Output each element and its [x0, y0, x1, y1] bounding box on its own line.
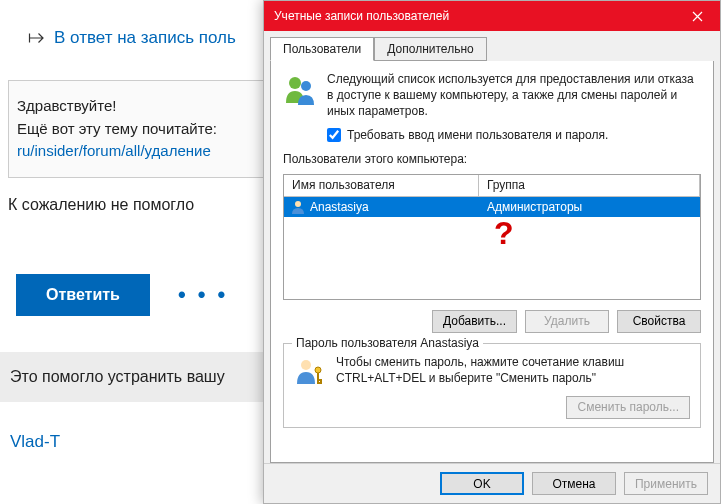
post-advice: Ещё вот эту тему почитайте: — [17, 120, 217, 137]
apply-button: Применить — [624, 472, 708, 495]
add-user-button[interactable]: Добавить... — [432, 310, 517, 333]
list-header: Имя пользователя Группа — [284, 175, 700, 197]
post-link[interactable]: ru/insider/forum/all/удаление — [17, 142, 211, 159]
password-group-title: Пароль пользователя Anastasiya — [292, 336, 483, 350]
close-button[interactable] — [674, 1, 720, 31]
col-header-group[interactable]: Группа — [479, 175, 700, 196]
col-header-user[interactable]: Имя пользователя — [284, 175, 479, 196]
list-row-anastasiya[interactable]: Anastasiya Администраторы — [284, 197, 700, 217]
password-desc-row: Чтобы сменить пароль, нажмите сочетание … — [294, 354, 690, 388]
require-login-label: Требовать ввод имени пользователя и паро… — [347, 128, 608, 142]
require-login-checkbox[interactable] — [327, 128, 341, 142]
change-password-button: Сменить пароль... — [566, 396, 690, 419]
users-list-label: Пользователи этого компьютера: — [283, 152, 701, 166]
user-accounts-dialog: Учетные записи пользователей Пользовател… — [263, 0, 721, 504]
users-list[interactable]: Имя пользователя Группа Anastasiya Админ… — [283, 174, 701, 300]
require-login-row[interactable]: Требовать ввод имени пользователя и паро… — [327, 128, 701, 142]
more-menu[interactable]: • • • — [178, 282, 228, 308]
key-user-icon — [294, 356, 326, 388]
list-cell-group: Администраторы — [479, 200, 700, 214]
password-desc-text: Чтобы сменить пароль, нажмите сочетание … — [336, 354, 690, 386]
helpful-text: Это помогло устранить вашу — [10, 368, 225, 385]
properties-button[interactable]: Свойства — [617, 310, 701, 333]
dialog-button-row: OK Отмена Применить — [264, 463, 720, 503]
svg-point-3 — [301, 360, 311, 370]
reply-button[interactable]: Ответить — [16, 274, 150, 316]
users-icon — [283, 73, 317, 107]
svg-point-1 — [301, 81, 311, 91]
tab-users[interactable]: Пользователи — [270, 37, 374, 61]
post-greeting: Здравствуйте! — [17, 97, 116, 114]
list-text-user: Anastasiya — [310, 200, 369, 214]
annotation-question-mark: ? — [494, 215, 721, 252]
password-groupbox: Пароль пользователя Anastasiya Чтобы сме… — [283, 343, 701, 428]
list-cell-user: Anastasiya — [284, 199, 479, 215]
svg-point-4 — [315, 367, 321, 373]
reply-arrow-icon — [28, 31, 46, 45]
dialog-tabs: Пользователи Дополнительно — [264, 31, 720, 61]
dialog-title: Учетные записи пользователей — [274, 9, 449, 23]
description-text: Следующий список используется для предос… — [327, 71, 701, 120]
cancel-button[interactable]: Отмена — [532, 472, 616, 495]
dialog-titlebar: Учетные записи пользователей — [264, 1, 720, 31]
tab-body-users: Следующий список используется для предос… — [270, 61, 714, 463]
ok-button[interactable]: OK — [440, 472, 524, 495]
list-button-row: Добавить... Удалить Свойства — [283, 310, 701, 333]
username-link[interactable]: Vlad-T — [10, 432, 60, 452]
tab-advanced[interactable]: Дополнительно — [374, 37, 486, 61]
svg-point-2 — [295, 201, 301, 207]
user-icon — [290, 199, 306, 215]
svg-point-0 — [289, 77, 301, 89]
description-row: Следующий список используется для предос… — [283, 71, 701, 120]
in-reply-link[interactable]: В ответ на запись поль — [54, 28, 236, 48]
remove-user-button: Удалить — [525, 310, 609, 333]
close-icon — [692, 11, 703, 22]
